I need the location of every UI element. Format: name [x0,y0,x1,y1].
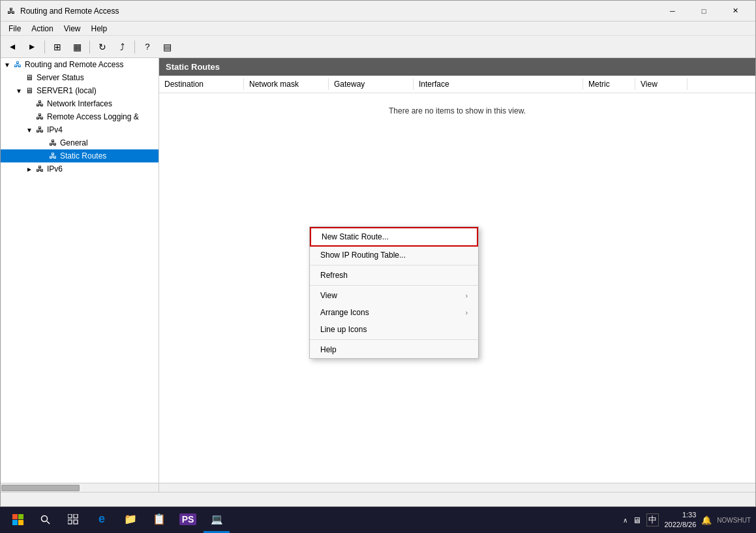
start-button[interactable] [5,507,31,533]
window-title: Routing and Remote Access [20,7,119,16]
svg-line-5 [47,521,50,524]
tree-static-routes[interactable]: 🖧 Static Routes [1,149,159,162]
tree-panel: ▼ 🖧 Routing and Remote Access 🖥 Server S… [1,58,159,483]
toolbar: ◄ ► ⊞ ▦ ↻ ⤴ ? ▤ [1,36,755,58]
ral-icon: 🖧 [35,112,45,122]
tree-server-status[interactable]: 🖥 Server Status [1,71,159,84]
app-icon: 🖧 [6,6,16,16]
properties-button[interactable]: ▤ [158,38,176,55]
search-button[interactable] [34,508,57,532]
network-tray-icon[interactable]: 🖥 [633,515,641,525]
menu-view[interactable]: View [59,23,86,35]
ni-label: Network Interfaces [47,99,112,108]
svg-point-4 [42,516,48,522]
clipboard-button[interactable]: 📋 [146,507,172,533]
context-menu: New Static Route... Show IP Routing Tabl… [309,226,479,359]
tree-ipv4[interactable]: ▼ 🖧 IPv4 [1,123,159,136]
ipv6-arrow: ► [24,166,35,173]
server1-icon: 🖥 [24,85,35,96]
show-hide-button[interactable]: ⊞ [48,38,67,55]
tray-expand[interactable]: ∧ [623,517,627,524]
notification-icon[interactable]: 🔔 [701,515,712,525]
tree-ipv6[interactable]: ► 🖧 IPv6 [1,162,159,175]
col-metric[interactable]: Metric [583,78,635,90]
ctx-arrange-icons[interactable]: Arrange Icons › [310,304,478,321]
taskbar: e 📁 📋 PS 💻 ∧ 🖥 中 1:33 2022/8/26 🔔 NOWSHU… [0,507,756,533]
maximize-button[interactable]: □ [689,1,719,22]
ctx-help[interactable]: Help [310,341,478,358]
svg-rect-8 [68,520,72,524]
col-gateway[interactable]: Gateway [329,78,414,90]
empty-message: There are no items to show in this view. [159,93,755,129]
horizontal-scrollbar[interactable] [1,483,755,492]
ral-label: Remote Access Logging & [47,112,139,121]
sr-icon: 🖧 [48,151,58,161]
ipv6-label: IPv6 [47,164,63,174]
server-status-icon: 🖥 [24,72,35,83]
root-label: Routing and Remote Access [25,60,123,69]
ctx-sep-1 [310,265,478,266]
powershell-button[interactable]: PS [175,507,201,533]
server-status-label: Server Status [37,73,84,82]
ctx-show-ip-table[interactable]: Show IP Routing Table... [310,247,478,264]
svg-rect-6 [68,514,72,518]
root-icon: 🖧 [12,59,23,70]
tree-network-interfaces[interactable]: 🖧 Network Interfaces [1,97,159,110]
task-view-button[interactable] [60,507,86,533]
system-clock[interactable]: 1:33 2022/8/26 [664,510,696,530]
ctx-refresh[interactable]: Refresh [310,267,478,284]
view-arrow: › [466,292,468,299]
menu-action[interactable]: Action [26,23,58,35]
general-label: General [60,138,88,147]
col-netmask[interactable]: Network mask [244,78,329,90]
col-interface[interactable]: Interface [414,78,583,90]
window-controls: ─ □ ✕ [658,1,750,22]
tree-button[interactable]: ▦ [68,38,86,55]
tree-server1[interactable]: ▼ 🖥 SERVER1 (local) [1,84,159,97]
server1-label: SERVER1 (local) [37,86,97,95]
right-panel: Static Routes Destination Network mask G… [159,58,755,483]
minimize-button[interactable]: ─ [658,1,688,22]
menu-help[interactable]: Help [86,23,113,35]
menu-file[interactable]: File [3,23,26,35]
network-button[interactable]: 💻 [204,507,230,533]
back-button[interactable]: ◄ [3,38,22,55]
ctx-lineup-icons[interactable]: Line up Icons [310,321,478,338]
ipv4-icon: 🖧 [35,125,45,135]
tree-remote-logging[interactable]: 🖧 Remote Access Logging & [1,110,159,123]
forward-button[interactable]: ► [23,38,41,55]
col-destination[interactable]: Destination [159,78,244,90]
explorer-button[interactable]: 📁 [117,507,144,533]
input-tray-icon[interactable]: 中 [646,513,659,526]
panel-title: Static Routes [166,62,220,72]
root-arrow: ▼ [2,61,12,69]
ctx-view[interactable]: View › [310,287,478,304]
status-bar [1,492,755,506]
svg-rect-3 [18,520,23,525]
menu-bar: File Action View Help [1,22,755,36]
title-bar: 🖧 Routing and Remote Access ─ □ ✕ [1,1,755,22]
ctx-new-static-route[interactable]: New Static Route... [310,227,478,247]
panel-header: Static Routes [159,58,755,76]
help-button[interactable]: ? [138,38,157,55]
toolbar-sep-1 [44,40,45,53]
export-button[interactable]: ⤴ [113,38,131,55]
svg-rect-2 [12,520,18,525]
tree-root[interactable]: ▼ 🖧 Routing and Remote Access [1,58,159,71]
svg-rect-1 [18,514,23,519]
general-icon: 🖧 [48,138,58,148]
refresh-button[interactable]: ↻ [93,38,112,55]
scroll-thumb[interactable] [1,485,80,491]
column-headers: Destination Network mask Gateway Interfa… [159,76,755,93]
toolbar-sep-2 [89,40,90,53]
ni-icon: 🖧 [35,99,45,109]
system-tray: ∧ 🖥 中 1:33 2022/8/26 🔔 NOWSHUT [623,510,751,530]
tree-general[interactable]: 🖧 General [1,136,159,149]
svg-rect-9 [74,520,78,524]
close-button[interactable]: ✕ [720,1,750,22]
svg-rect-7 [74,514,78,518]
svg-rect-0 [12,514,18,519]
ie-button[interactable]: e [89,507,115,533]
ipv6-icon: 🖧 [35,164,45,174]
col-view[interactable]: View [635,78,688,90]
